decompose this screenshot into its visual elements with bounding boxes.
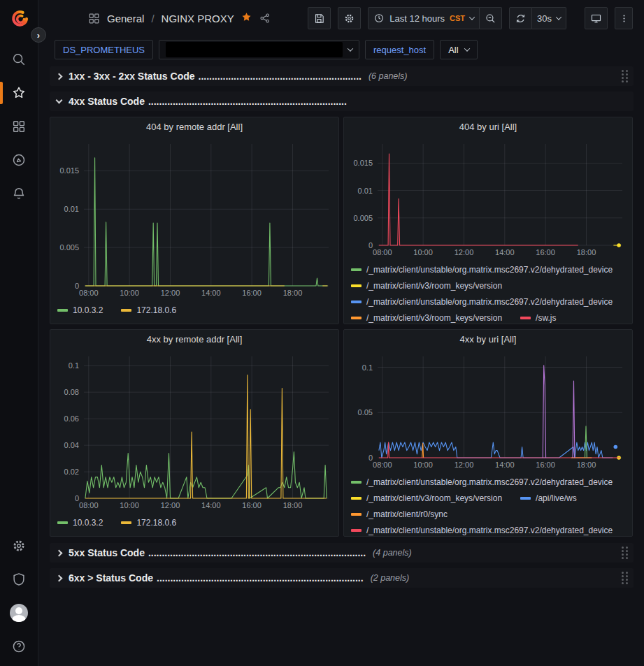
panel-title[interactable]: 404 by uri [All] <box>350 117 627 137</box>
variable-label-ds-prometheus[interactable]: DS_PROMETHEUS <box>55 40 153 59</box>
variable-label-request-host[interactable]: request_host <box>365 40 434 59</box>
variables-bar: DS_PROMETHEUS request_host All <box>38 36 644 63</box>
share-icon[interactable] <box>259 12 271 24</box>
row-chevron-icon <box>56 73 63 80</box>
svg-text:08:00: 08:00 <box>79 501 99 509</box>
legend-item[interactable]: /_matrix/client/v3/room_keys/version <box>351 313 502 323</box>
legend-row: /_matrix/client/unstable/org.matrix.msc2… <box>351 294 627 310</box>
legend-swatch <box>351 513 362 516</box>
row-header[interactable]: 6xx > Status Code.......................… <box>50 568 634 588</box>
main-area: General / NGINX PROXY <box>38 0 644 666</box>
refresh-group: 30s <box>509 7 566 29</box>
svg-text:08:00: 08:00 <box>79 289 99 297</box>
top-navigation: General / NGINX PROXY <box>38 0 644 36</box>
legend-item[interactable]: /_matrix/client/unstable/org.matrix.msc2… <box>351 297 613 307</box>
row-header[interactable]: 1xx - 3xx - 2xx Status Code.............… <box>50 66 634 86</box>
sidebar-item-starred[interactable] <box>0 79 38 107</box>
time-range-picker[interactable]: Last 12 hours CST <box>368 7 480 29</box>
row-title: 4xx Status Code.........................… <box>69 96 347 107</box>
grafana-app: General / NGINX PROXY <box>0 0 644 666</box>
legend-swatch <box>520 317 531 319</box>
refresh-interval-picker[interactable]: 30s <box>532 7 566 29</box>
favorite-star-icon[interactable] <box>241 11 252 25</box>
tv-mode-button[interactable] <box>585 7 608 29</box>
breadcrumb-dashboard-title[interactable]: NGINX PROXY <box>162 13 234 24</box>
svg-text:16:00: 16:00 <box>242 501 262 509</box>
legend-item[interactable]: /_matrix/client/unstable/org.matrix.msc2… <box>351 526 613 535</box>
sidebar-item-configuration[interactable] <box>0 532 38 560</box>
legend-swatch <box>351 301 362 303</box>
svg-text:14:00: 14:00 <box>495 248 515 256</box>
svg-text:0.02: 0.02 <box>64 468 79 476</box>
legend-label: 10.0.3.2 <box>73 518 103 528</box>
legend-item[interactable]: 10.0.3.2 <box>57 305 103 315</box>
svg-text:0.08: 0.08 <box>64 388 79 396</box>
svg-text:10:00: 10:00 <box>120 289 139 297</box>
legend-item[interactable]: /_matrix/client/v3/room_keys/version <box>351 281 502 291</box>
time-series-plot[interactable]: 00.0050.010.01508:0010:0012:0014:0016:00… <box>350 137 627 259</box>
more-options-button[interactable] <box>615 7 633 29</box>
row-chevron-icon <box>56 96 63 103</box>
legend-item[interactable]: 172.18.0.6 <box>121 518 176 528</box>
legend-row: 10.0.3.2172.18.0.6 <box>57 302 333 318</box>
panel-title[interactable]: 4xx by remote addr [All] <box>56 330 333 349</box>
legend-item[interactable]: /_matrix/client/unstable/org.matrix.msc2… <box>351 265 613 275</box>
legend-row: /_matrix/client/unstable/org.matrix.msc2… <box>351 522 627 537</box>
legend-label: 172.18.0.6 <box>136 518 176 528</box>
request-host-select[interactable]: All <box>440 40 477 59</box>
datasource-select[interactable] <box>159 40 359 59</box>
legend-item[interactable]: /_matrix/client/v3/room_keys/version <box>351 493 502 503</box>
legend-item[interactable]: /sw.js <box>520 313 556 323</box>
shield-icon <box>11 572 27 587</box>
legend-item[interactable]: /_matrix/client/unstable/org.matrix.msc2… <box>351 477 613 487</box>
save-dashboard-button[interactable] <box>308 7 331 29</box>
refresh-button[interactable] <box>509 7 532 29</box>
search-icon <box>11 52 27 67</box>
monitor-icon <box>590 13 602 24</box>
svg-text:12:00: 12:00 <box>455 461 474 469</box>
legend-swatch <box>351 481 362 484</box>
time-series-plot[interactable]: 00.050.108:0010:0012:0014:0016:0018:00 <box>350 349 627 471</box>
dashboard-toolbar: Last 12 hours CST <box>308 7 633 29</box>
sidebar-item-profile[interactable] <box>0 599 38 627</box>
legend-label: /sw.js <box>536 313 556 323</box>
time-series-plot[interactable]: 00.0050.010.01508:0010:0012:0014:0016:00… <box>56 137 333 299</box>
grafana-logo[interactable] <box>0 4 38 32</box>
legend-swatch <box>351 317 362 319</box>
breadcrumb-section[interactable]: General <box>107 13 144 24</box>
dashboard-settings-button[interactable] <box>338 7 361 29</box>
row-drag-handle-icon[interactable] <box>622 572 628 584</box>
panel-chart: 00.0050.010.01508:0010:0012:0014:0016:00… <box>350 137 627 259</box>
expand-sidebar-button[interactable]: › <box>31 27 46 43</box>
legend-item[interactable]: 172.18.0.6 <box>121 305 176 315</box>
sidebar-item-explore[interactable] <box>0 146 38 174</box>
sidebar-item-help[interactable] <box>0 632 38 660</box>
row-header[interactable]: 4xx Status Code.........................… <box>50 92 634 111</box>
time-series-plot[interactable]: 00.020.040.060.080.108:0010:0012:0014:00… <box>56 349 333 512</box>
dashboard-area: 1xx - 3xx - 2xx Status Code.............… <box>38 63 644 666</box>
row-header[interactable]: 5xx Status Code.........................… <box>50 543 634 563</box>
legend-item[interactable]: /api/live/ws <box>520 493 577 503</box>
sidebar-item-dashboards[interactable] <box>0 113 38 140</box>
row-drag-handle-icon[interactable] <box>622 546 628 559</box>
row-drag-handle-icon[interactable] <box>622 70 628 82</box>
legend-item[interactable]: /_matrix/client/r0/sync <box>351 509 448 519</box>
legend-swatch <box>121 309 131 312</box>
sidebar-item-search[interactable] <box>0 45 38 73</box>
legend-label: /api/live/ws <box>536 493 577 503</box>
sidebar-item-server-admin[interactable] <box>0 565 38 593</box>
svg-text:10:00: 10:00 <box>120 501 139 509</box>
zoom-out-time-button[interactable] <box>480 7 502 29</box>
panel-title[interactable]: 4xx by uri [All] <box>350 330 627 349</box>
legend-swatch <box>351 284 362 287</box>
timezone-label: CST <box>450 14 465 22</box>
legend-label: /_matrix/client/unstable/org.matrix.msc2… <box>366 526 613 535</box>
panel-chart: 00.0050.010.01508:0010:0012:0014:0016:00… <box>56 137 333 299</box>
sidebar-item-alerting[interactable] <box>0 180 38 208</box>
legend-item[interactable]: 10.0.3.2 <box>57 518 103 528</box>
panel-legend: 10.0.3.2172.18.0.6 <box>56 302 333 318</box>
chevron-down-icon <box>556 14 561 20</box>
legend-row: /_matrix/client/unstable/org.matrix.msc2… <box>351 261 627 277</box>
panel-title[interactable]: 404 by remote addr [All] <box>56 117 333 137</box>
legend-swatch <box>57 521 68 524</box>
